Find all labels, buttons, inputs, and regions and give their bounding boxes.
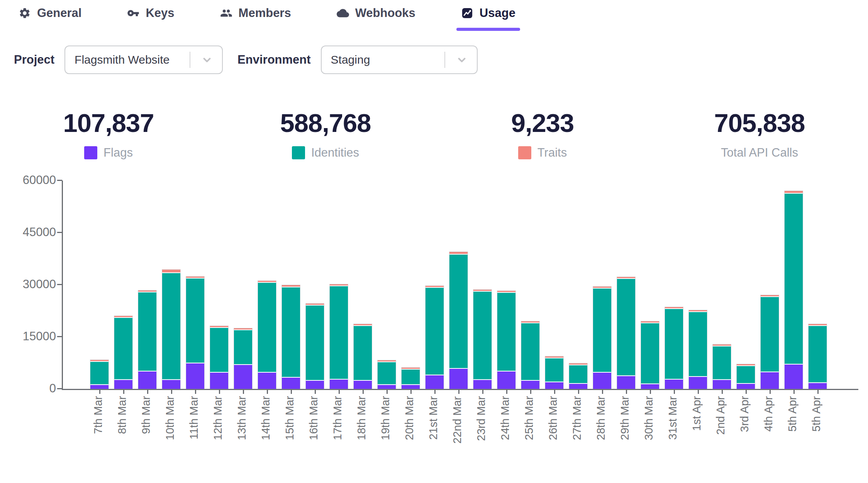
total-api-calls: 705,838 <box>651 110 868 137</box>
bar-segment-flags <box>593 372 611 389</box>
bar-segment-flags <box>497 371 515 389</box>
bar-column[interactable] <box>354 324 372 389</box>
tab-keys[interactable]: Keys <box>127 6 174 31</box>
bar-column[interactable] <box>402 368 420 389</box>
bar-column[interactable] <box>138 290 156 389</box>
tab-general[interactable]: General <box>19 6 81 31</box>
stacked-bar <box>354 324 372 389</box>
bar-segment-traits <box>162 270 180 272</box>
x-axis-label: 22nd Mar <box>448 396 466 467</box>
bar-column[interactable] <box>713 345 731 389</box>
bar-column[interactable] <box>665 307 683 389</box>
bar-segment-identities <box>90 361 108 384</box>
tab-members[interactable]: Members <box>220 6 291 31</box>
bar-column[interactable] <box>569 363 587 389</box>
environment-select[interactable]: Staging <box>321 46 478 74</box>
bar-column[interactable] <box>545 356 563 389</box>
stacked-bar <box>521 321 539 389</box>
bar-column[interactable] <box>186 277 204 389</box>
stat-flags: 107,837 Flags <box>0 110 217 160</box>
bar-column[interactable] <box>449 252 468 389</box>
y-axis-tick-mark <box>57 336 62 337</box>
stacked-bar <box>665 307 683 389</box>
traits-legend-swatch <box>518 146 531 159</box>
x-axis-label: 4th Apr <box>760 396 778 467</box>
key-icon <box>127 7 139 19</box>
bar-column[interactable] <box>473 290 492 389</box>
bar-column[interactable] <box>593 287 611 389</box>
bar-segment-flags <box>210 372 228 389</box>
chart-plot-area: 015000300004500060000 <box>62 181 858 390</box>
stacked-bar <box>689 310 707 389</box>
stacked-bar <box>617 277 635 389</box>
tab-usage[interactable]: Usage <box>461 6 515 31</box>
stacked-bar <box>210 326 228 389</box>
y-axis-tick-mark <box>57 232 62 233</box>
stat-identities: 588,768 Identities <box>217 110 434 160</box>
identities-total: 588,768 <box>217 110 434 137</box>
x-axis-label: 27th Mar <box>568 396 586 467</box>
flags-legend-swatch <box>84 146 97 159</box>
y-axis-tick-mark <box>57 388 62 389</box>
x-axis-label: 1st Apr <box>688 396 706 467</box>
bar-column[interactable] <box>114 316 132 389</box>
bar-segment-identities <box>809 325 827 382</box>
bar-column[interactable] <box>426 286 444 389</box>
select-divider <box>190 52 190 68</box>
bar-column[interactable] <box>737 364 755 389</box>
bar-column[interactable] <box>761 295 779 389</box>
bar-column[interactable] <box>521 321 539 389</box>
bar-segment-identities <box>545 358 563 382</box>
x-axis-label: 19th Mar <box>376 396 395 467</box>
tab-webhooks[interactable]: Webhooks <box>337 6 415 31</box>
y-axis-tick-mark <box>57 284 62 285</box>
chart-icon <box>461 7 473 19</box>
chevron-down-icon <box>456 54 468 66</box>
bar-column[interactable] <box>330 284 348 389</box>
environment-label: Environment <box>237 53 310 67</box>
traits-total: 9,233 <box>434 110 651 137</box>
stacked-bar <box>593 287 611 389</box>
x-axis-label: 12th Mar <box>209 396 227 467</box>
bar-segment-identities <box>234 329 252 364</box>
x-axis-label: 17th Mar <box>329 396 347 467</box>
stacked-bar <box>282 285 300 389</box>
bar-column[interactable] <box>378 360 396 389</box>
bar-segment-flags <box>306 380 324 389</box>
bar-column[interactable] <box>258 281 276 389</box>
bar-column[interactable] <box>809 324 827 389</box>
bar-segment-flags <box>785 364 803 389</box>
identities-legend-label: Identities <box>311 146 359 160</box>
bar-segment-flags <box>258 372 276 389</box>
bar-column[interactable] <box>617 277 635 389</box>
project-select-value: Flagsmith Website <box>75 53 170 66</box>
stacked-bar <box>713 345 731 389</box>
stacked-bar <box>162 270 180 389</box>
bar-segment-flags <box>641 383 659 389</box>
stacked-bar <box>473 290 492 389</box>
bar-column[interactable] <box>234 328 252 389</box>
stacked-bar <box>90 360 108 389</box>
bar-column[interactable] <box>162 270 180 389</box>
x-axis-label: 24th Mar <box>496 396 514 467</box>
bar-column[interactable] <box>689 310 707 389</box>
bar-column[interactable] <box>282 285 300 389</box>
bar-column[interactable] <box>641 321 659 389</box>
bar-segment-flags <box>234 364 252 389</box>
environment-select-value: Staging <box>331 53 370 66</box>
bar-column[interactable] <box>210 326 228 389</box>
select-divider <box>444 52 445 68</box>
flags-total: 107,837 <box>0 110 217 137</box>
bar-column[interactable] <box>306 304 324 389</box>
tab-label: Members <box>239 6 291 20</box>
project-select[interactable]: Flagsmith Website <box>64 46 223 74</box>
x-axis-label: 5th Apr <box>783 396 802 467</box>
stat-traits: 9,233 Traits <box>434 110 651 160</box>
project-label: Project <box>14 53 54 67</box>
bar-column[interactable] <box>90 360 108 389</box>
bar-segment-flags <box>114 379 132 389</box>
bar-column[interactable] <box>785 191 803 389</box>
bar-column[interactable] <box>497 291 515 389</box>
stacked-bar <box>785 191 803 389</box>
x-axis-label: 9th Mar <box>137 396 155 467</box>
